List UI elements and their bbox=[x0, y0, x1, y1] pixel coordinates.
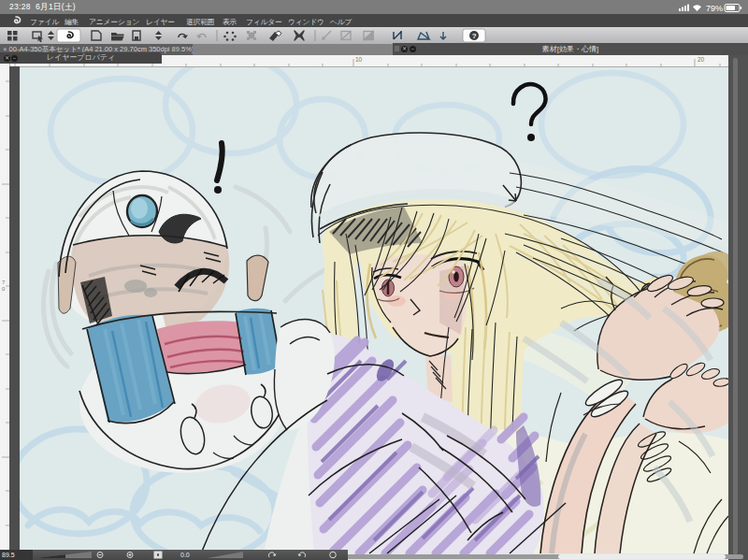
svg-text:7: 7 bbox=[2, 280, 6, 285]
svg-text:0.0: 0.0 bbox=[180, 552, 190, 558]
svg-text:79%: 79% bbox=[706, 4, 723, 13]
svg-text:89.5: 89.5 bbox=[2, 552, 15, 558]
svg-text:10: 10 bbox=[355, 56, 363, 63]
svg-text:0: 0 bbox=[2, 286, 6, 292]
svg-text:20: 20 bbox=[698, 56, 705, 63]
svg-text:?: ? bbox=[472, 32, 477, 40]
